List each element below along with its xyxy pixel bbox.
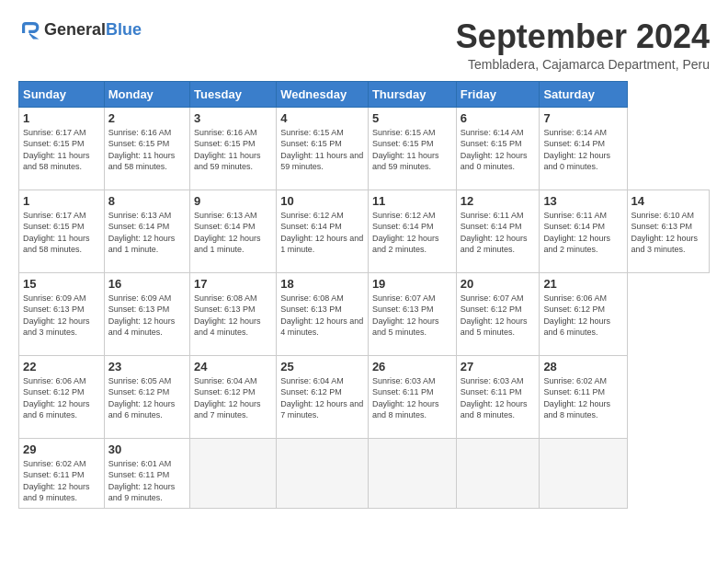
calendar-cell: 1 Sunrise: 6:17 AM Sunset: 6:15 PM Dayli… [19, 107, 105, 190]
day-info: Sunrise: 6:07 AM Sunset: 6:12 PM Dayligh… [461, 293, 536, 339]
calendar-cell: 23 Sunrise: 6:05 AM Sunset: 6:12 PM Dayl… [104, 355, 189, 438]
calendar-week-5: 29 Sunrise: 6:02 AM Sunset: 6:11 PM Dayl… [19, 438, 710, 508]
day-number: 27 [461, 360, 536, 373]
day-info: Sunrise: 6:04 AM Sunset: 6:12 PM Dayligh… [280, 375, 364, 421]
day-number: 6 [461, 111, 536, 125]
day-info: Sunrise: 6:03 AM Sunset: 6:11 PM Dayligh… [461, 375, 536, 421]
day-info: Sunrise: 6:02 AM Sunset: 6:11 PM Dayligh… [23, 458, 100, 504]
day-number: 14 [631, 194, 705, 208]
day-info: Sunrise: 6:08 AM Sunset: 6:13 PM Dayligh… [280, 293, 364, 339]
day-info: Sunrise: 6:02 AM Sunset: 6:11 PM Dayligh… [543, 375, 622, 421]
day-number: 20 [461, 277, 536, 291]
day-info: Sunrise: 6:14 AM Sunset: 6:15 PM Dayligh… [461, 127, 536, 173]
day-number: 9 [194, 194, 272, 208]
weekday-header-wednesday: Wednesday [277, 81, 369, 107]
calendar-cell: 24 Sunrise: 6:04 AM Sunset: 6:12 PM Dayl… [190, 355, 277, 438]
day-number: 1 [23, 111, 100, 125]
day-number: 21 [543, 277, 622, 291]
day-number: 30 [108, 442, 186, 456]
day-info: Sunrise: 6:14 AM Sunset: 6:14 PM Dayligh… [543, 127, 622, 173]
calendar-cell [456, 438, 540, 508]
calendar-cell: 29 Sunrise: 6:02 AM Sunset: 6:11 PM Dayl… [19, 438, 105, 508]
day-info: Sunrise: 6:08 AM Sunset: 6:13 PM Dayligh… [194, 293, 272, 339]
calendar-cell [190, 438, 277, 508]
day-number: 12 [461, 194, 536, 208]
calendar-week-2: 1 Sunrise: 6:17 AM Sunset: 6:15 PM Dayli… [19, 190, 710, 272]
calendar-cell: 9 Sunrise: 6:13 AM Sunset: 6:14 PM Dayli… [190, 190, 277, 272]
day-info: Sunrise: 6:12 AM Sunset: 6:14 PM Dayligh… [280, 210, 364, 256]
calendar-cell: 30 Sunrise: 6:01 AM Sunset: 6:11 PM Dayl… [104, 438, 189, 508]
day-info: Sunrise: 6:11 AM Sunset: 6:14 PM Dayligh… [543, 210, 622, 256]
day-number: 19 [372, 277, 452, 291]
day-number: 18 [280, 277, 364, 291]
calendar-cell: 4 Sunrise: 6:15 AM Sunset: 6:15 PM Dayli… [277, 107, 369, 190]
day-number: 28 [543, 360, 622, 373]
day-number: 25 [280, 360, 364, 373]
day-number: 13 [543, 194, 622, 208]
weekday-header-monday: Monday [104, 81, 189, 107]
day-number: 22 [23, 360, 100, 373]
day-info: Sunrise: 6:09 AM Sunset: 6:13 PM Dayligh… [108, 293, 186, 339]
day-number: 11 [372, 194, 452, 208]
location-title: Tembladera, Cajamarca Department, Peru [456, 57, 710, 72]
day-number: 29 [23, 442, 100, 456]
calendar-cell [540, 438, 627, 508]
day-info: Sunrise: 6:15 AM Sunset: 6:15 PM Dayligh… [280, 127, 364, 173]
calendar-cell [277, 438, 369, 508]
day-info: Sunrise: 6:15 AM Sunset: 6:15 PM Dayligh… [372, 127, 452, 173]
day-number: 15 [23, 277, 100, 291]
calendar-cell: 27 Sunrise: 6:03 AM Sunset: 6:11 PM Dayl… [456, 355, 540, 438]
day-info: Sunrise: 6:17 AM Sunset: 6:15 PM Dayligh… [23, 210, 100, 256]
day-number: 26 [372, 360, 452, 373]
title-section: September 2024 Tembladera, Cajamarca Dep… [456, 18, 710, 72]
weekday-header-friday: Friday [456, 81, 540, 107]
day-number: 16 [108, 277, 186, 291]
day-info: Sunrise: 6:04 AM Sunset: 6:12 PM Dayligh… [194, 375, 272, 421]
day-info: Sunrise: 6:11 AM Sunset: 6:14 PM Dayligh… [461, 210, 536, 256]
logo-general-text: General [44, 20, 106, 39]
day-number: 2 [108, 111, 186, 125]
day-number: 24 [194, 360, 272, 373]
calendar-cell: 10 Sunrise: 6:12 AM Sunset: 6:14 PM Dayl… [277, 190, 369, 272]
weekday-header-saturday: Saturday [540, 81, 627, 107]
calendar-cell: 28 Sunrise: 6:02 AM Sunset: 6:11 PM Dayl… [540, 355, 627, 438]
calendar-cell: 7 Sunrise: 6:14 AM Sunset: 6:14 PM Dayli… [540, 107, 627, 190]
logo: GeneralBlue [18, 18, 142, 40]
weekday-header-tuesday: Tuesday [190, 81, 277, 107]
logo-blue-text: Blue [106, 20, 142, 39]
calendar-cell: 15 Sunrise: 6:09 AM Sunset: 6:13 PM Dayl… [19, 272, 105, 355]
day-info: Sunrise: 6:03 AM Sunset: 6:11 PM Dayligh… [372, 375, 452, 421]
day-info: Sunrise: 6:05 AM Sunset: 6:12 PM Dayligh… [108, 375, 186, 421]
day-number: 5 [372, 111, 452, 125]
calendar-cell: 16 Sunrise: 6:09 AM Sunset: 6:13 PM Dayl… [104, 272, 189, 355]
day-number: 1 [23, 194, 100, 208]
calendar-cell: 8 Sunrise: 6:13 AM Sunset: 6:14 PM Dayli… [104, 190, 189, 272]
calendar-cell: 17 Sunrise: 6:08 AM Sunset: 6:13 PM Dayl… [190, 272, 277, 355]
day-number: 23 [108, 360, 186, 373]
calendar-cell: 5 Sunrise: 6:15 AM Sunset: 6:15 PM Dayli… [368, 107, 456, 190]
calendar-cell: 26 Sunrise: 6:03 AM Sunset: 6:11 PM Dayl… [368, 355, 456, 438]
calendar-cell [368, 438, 456, 508]
day-info: Sunrise: 6:13 AM Sunset: 6:14 PM Dayligh… [194, 210, 272, 256]
logo-icon [18, 18, 40, 40]
calendar-cell: 13 Sunrise: 6:11 AM Sunset: 6:14 PM Dayl… [540, 190, 627, 272]
calendar-table: SundayMondayTuesdayWednesdayThursdayFrid… [18, 81, 710, 509]
day-info: Sunrise: 6:17 AM Sunset: 6:15 PM Dayligh… [23, 127, 100, 173]
month-title: September 2024 [456, 18, 710, 55]
day-info: Sunrise: 6:09 AM Sunset: 6:13 PM Dayligh… [23, 293, 100, 339]
calendar-week-4: 22 Sunrise: 6:06 AM Sunset: 6:12 PM Dayl… [19, 355, 710, 438]
calendar-cell: 6 Sunrise: 6:14 AM Sunset: 6:15 PM Dayli… [456, 107, 540, 190]
day-number: 17 [194, 277, 272, 291]
day-info: Sunrise: 6:01 AM Sunset: 6:11 PM Dayligh… [108, 458, 186, 504]
day-info: Sunrise: 6:12 AM Sunset: 6:14 PM Dayligh… [372, 210, 452, 256]
calendar-cell: 11 Sunrise: 6:12 AM Sunset: 6:14 PM Dayl… [368, 190, 456, 272]
page-header: GeneralBlue September 2024 Tembladera, C… [18, 18, 710, 72]
day-info: Sunrise: 6:10 AM Sunset: 6:13 PM Dayligh… [631, 210, 705, 256]
calendar-week-1: 1 Sunrise: 6:17 AM Sunset: 6:15 PM Dayli… [19, 107, 710, 190]
day-number: 4 [280, 111, 364, 125]
day-number: 8 [108, 194, 186, 208]
calendar-cell: 25 Sunrise: 6:04 AM Sunset: 6:12 PM Dayl… [277, 355, 369, 438]
day-info: Sunrise: 6:13 AM Sunset: 6:14 PM Dayligh… [108, 210, 186, 256]
calendar-cell: 12 Sunrise: 6:11 AM Sunset: 6:14 PM Dayl… [456, 190, 540, 272]
day-info: Sunrise: 6:16 AM Sunset: 6:15 PM Dayligh… [194, 127, 272, 173]
